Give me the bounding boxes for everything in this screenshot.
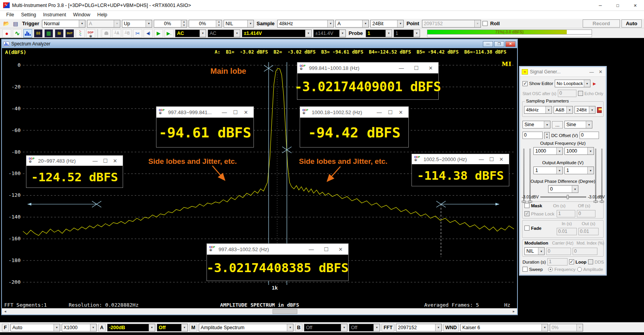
dc-offset-a-field[interactable]: 0 (522, 132, 543, 139)
sweep-checkbox[interactable] (522, 267, 528, 272)
loop-checkbox[interactable] (569, 259, 574, 264)
amplitude-b-select[interactable]: 1 (564, 167, 594, 174)
ddp-maximize-button[interactable]: ☐ (324, 246, 328, 252)
ddp-minimize-button[interactable]: — (222, 109, 227, 115)
siggen-close-button[interactable]: ✕ (597, 69, 604, 75)
trigger-source-select[interactable]: A (87, 20, 120, 28)
spectrum-mode-select[interactable]: Amplitude Spectrum (199, 324, 293, 332)
waveform-b-select[interactable]: Sine (564, 121, 592, 128)
sample-channel-select[interactable]: A (335, 20, 369, 28)
ddp-titlebar[interactable]: DDP⊕ 997.483~1002.52 (Hz) —☐✕ (207, 244, 348, 255)
ddp-close-button[interactable]: ✕ (499, 156, 503, 162)
run-once-icon[interactable] (165, 29, 174, 38)
freq-axis-select[interactable]: Auto (10, 324, 60, 332)
menu-setting[interactable]: Setting (18, 12, 39, 18)
a-processing-select[interactable]: Off (157, 324, 188, 332)
ddp-window-peak[interactable]: DDP⊕ 999.841~1000.18 (Hz) —☐✕ -3.0217440… (297, 62, 439, 100)
trigger-edge-select[interactable]: Up (122, 20, 152, 28)
save-icon[interactable] (12, 19, 19, 28)
ddp-window-main-band[interactable]: DDP⊕ 997.483~1002.52 (Hz) —☐✕ -3.0217440… (207, 243, 349, 281)
ddp-close-button[interactable]: ✕ (399, 109, 403, 115)
auto-button[interactable]: Auto (621, 19, 642, 28)
sample-bits-select[interactable]: 24Bit (370, 20, 404, 28)
ddp-minimize-button[interactable]: — (309, 246, 314, 252)
phase-lock-checkbox[interactable] (524, 211, 529, 216)
multimeter-icon[interactable] (34, 29, 43, 38)
scroll-left-icon[interactable]: ◄ (2, 309, 9, 314)
ddp-maximize-button[interactable]: ☐ (414, 65, 418, 71)
menu-file[interactable]: File (3, 12, 17, 18)
menu-help[interactable]: Help (94, 12, 111, 18)
coupling-a-select[interactable]: AC (175, 30, 206, 37)
sound-output-icon[interactable] (144, 29, 153, 38)
overlap-select[interactable]: 0% (550, 324, 583, 332)
alarm-icon[interactable] (102, 29, 111, 38)
point-count-select[interactable]: 2097152 (422, 20, 481, 28)
ddp-window-right-skirt[interactable]: DDP⊕ 1000.18~1002.52 (Hz) —☐✕ -94.42 dBF… (300, 106, 409, 148)
ddp-titlebar[interactable]: DDP⊕ 997.483~999.841... —☐✕ (156, 107, 253, 118)
run-icon[interactable] (154, 29, 163, 38)
siggen-titlebar[interactable]: ≈ Signal Gener... — ✕ (520, 67, 606, 77)
ddp-titlebar[interactable]: DDP⊕ 1000.18~1002.52 (Hz) —☐✕ (300, 107, 408, 118)
coupling-b-select[interactable]: AC (208, 30, 240, 37)
trigger-level-spinner[interactable]: 0%▲▼ (154, 20, 187, 28)
lcr-meter-icon[interactable]: ∿∿∿ (76, 29, 85, 38)
mod-index-field[interactable]: 0 (573, 248, 597, 255)
trigger-mode-select[interactable]: Normal (42, 20, 85, 28)
ddp-maximize-button[interactable]: ☐ (103, 158, 108, 164)
minimize-button[interactable]: — (592, 0, 609, 10)
oscilloscope-icon[interactable] (2, 29, 11, 38)
ddp-maximize-button[interactable]: ☐ (489, 156, 494, 162)
ddp-titlebar[interactable]: DDP⊕ 20~997.483 (Hz) —☐✕ (26, 156, 123, 166)
ddp-viewer-icon[interactable]: ⊕ (86, 29, 95, 38)
ddp-close-button[interactable]: ✕ (429, 65, 433, 71)
probe-cal-a-icon[interactable] (112, 29, 121, 38)
range-b-select[interactable]: ±141.4V (313, 30, 346, 37)
b-processing-select[interactable]: Off (349, 324, 380, 332)
trigger-hpf-select[interactable]: NIL (224, 20, 254, 28)
trigger-delay-spinner[interactable]: 0%▲▼ (189, 20, 222, 28)
siggen-run-icon[interactable] (592, 81, 597, 87)
window-function-select[interactable]: Kaiser 6 (460, 324, 548, 332)
waveform-a-select[interactable]: Sine (522, 121, 550, 128)
loopback-select[interactable]: No Loopback (555, 80, 590, 87)
data-logger-icon[interactable] (55, 29, 64, 38)
sweep-frequency-radio[interactable] (548, 267, 553, 272)
ddp-close-button[interactable]: ✕ (113, 158, 117, 164)
device-test-plan-icon[interactable] (65, 29, 74, 38)
ddp-window-high-band[interactable]: DDP⊕ 1002.5~20000 (Hz) —☐✕ -114.38 dBFS (411, 154, 509, 186)
siggen-bits-select[interactable]: 24Bit (575, 106, 595, 114)
frequency-b-select[interactable]: 1000 (564, 147, 594, 155)
echo-only-checkbox[interactable] (578, 91, 583, 96)
balance-slider[interactable] (540, 196, 586, 198)
siggen-rate-select[interactable]: 48kHz (524, 106, 552, 114)
freq-zoom-select[interactable]: X1000 (62, 324, 97, 332)
start-osc-field[interactable]: 0 (558, 90, 576, 97)
ddp-minimize-button[interactable]: — (479, 156, 484, 162)
b-range-select[interactable]: Off (304, 324, 347, 332)
record-button[interactable]: Record (583, 19, 620, 28)
ddp-close-button[interactable]: ✕ (244, 109, 248, 115)
spectrum-h-scrollbar[interactable]: ◄ ► (2, 308, 517, 314)
signal-generator-icon[interactable] (13, 29, 22, 38)
ddp-maximize-button[interactable]: ☐ (233, 109, 238, 115)
range-a-select[interactable]: ±1.414V (242, 30, 312, 37)
close-button[interactable]: ✕ (627, 0, 644, 10)
mask-off-field[interactable]: 0 (577, 210, 595, 217)
dc-offset-spinner[interactable]: ▲▼ (544, 132, 550, 139)
calibration-icon[interactable] (133, 29, 142, 38)
probe-b-select[interactable]: 1 (394, 30, 420, 37)
siggen-channel-select[interactable]: A&B (554, 106, 573, 114)
roll-checkbox[interactable] (483, 21, 488, 26)
duration-field[interactable]: 1 (547, 258, 568, 266)
spectrum-analyzer-icon[interactable] (23, 29, 32, 38)
menu-instrument[interactable]: Instrument (40, 12, 69, 18)
probe-cal-b-icon[interactable] (123, 29, 132, 38)
fade-in-field[interactable]: 0.01 (557, 228, 577, 235)
dc-offset-b-field[interactable]: 0 (580, 132, 599, 139)
ddp-titlebar[interactable]: DDP⊕ 999.841~1000.18 (Hz) —☐✕ (297, 62, 438, 73)
spectrum-3d-icon[interactable] (44, 29, 53, 38)
ddp-window-left-skirt[interactable]: DDP⊕ 997.483~999.841... —☐✕ -94.61 dBFS (156, 106, 254, 148)
modulation-select[interactable]: NIL (524, 247, 545, 255)
mask-on-field[interactable]: 1 (557, 210, 575, 217)
